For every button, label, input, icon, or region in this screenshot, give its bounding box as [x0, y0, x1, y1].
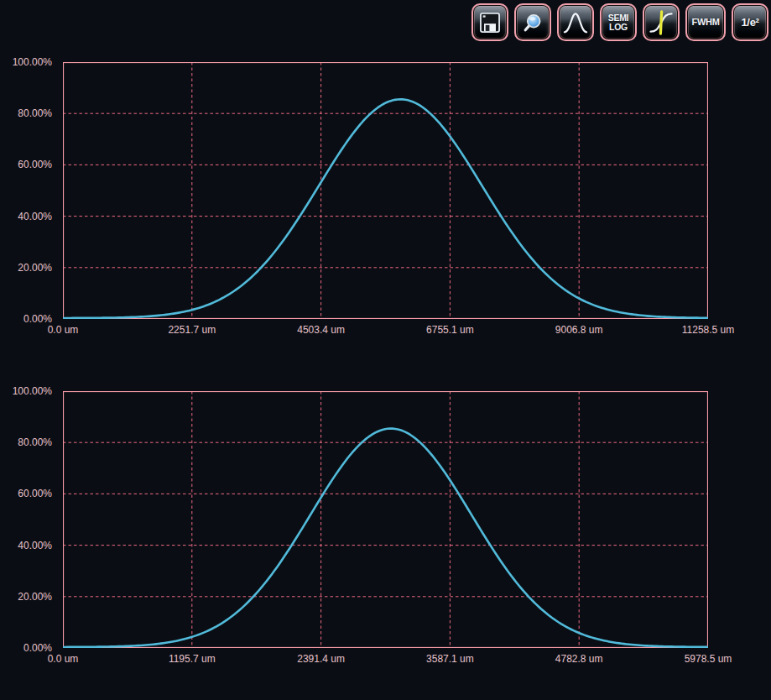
y-tick-label: 0.00% — [23, 642, 52, 654]
x-tick-label: 0.0 um — [48, 653, 79, 665]
y-tick-label: 60.00% — [18, 488, 52, 499]
y-axis-labels: 100.00%80.00%60.00%40.00%20.00%0.00% — [0, 391, 55, 648]
profile-curve — [63, 99, 707, 318]
y-tick-label: 80.00% — [18, 107, 52, 119]
x-tick-label: 4782.8 um — [555, 653, 603, 665]
plot-border — [64, 63, 708, 319]
one-over-e-squared-label: 1/e² — [741, 18, 758, 27]
x-tick-label: 6755.1 um — [426, 324, 474, 336]
y-tick-label: 20.00% — [18, 591, 52, 603]
x-tick-label: 5978.5 um — [685, 653, 732, 665]
y-tick-label: 60.00% — [18, 159, 52, 170]
profile-chart-y: 100.00%80.00%60.00%40.00%20.00%0.00% 0.0… — [0, 391, 771, 668]
y-tick-label: 100.00% — [13, 385, 52, 397]
y-tick-label: 40.00% — [18, 540, 52, 551]
x-tick-label: 2251.7 um — [168, 324, 216, 336]
profile-chart-x: 100.00%80.00%60.00%40.00%20.00%0.00% 0.0… — [0, 62, 771, 339]
y-tick-label: 100.00% — [13, 56, 52, 68]
y-tick-label: 80.00% — [18, 436, 52, 448]
bell-curve-icon — [563, 10, 588, 35]
x-axis-labels: 0.0 um2251.7 um4503.4 um6755.1 um9006.8 … — [63, 324, 708, 337]
toolbar: SEMILOG FWHM 1/e² — [471, 3, 768, 41]
fwhm-button[interactable]: FWHM — [685, 3, 726, 41]
floppy-disk-icon — [478, 11, 502, 34]
y-tick-label: 0.00% — [23, 313, 52, 325]
x-tick-label: 9006.8 um — [555, 324, 603, 336]
y-axis-labels: 100.00%80.00%60.00%40.00%20.00%0.00% — [0, 62, 55, 319]
profile-curve — [63, 429, 707, 647]
one-over-e-squared-button[interactable]: 1/e² — [732, 3, 768, 41]
plot-area[interactable] — [63, 391, 708, 648]
knife-edge-button[interactable] — [643, 3, 680, 41]
x-tick-label: 2391.4 um — [297, 653, 345, 665]
x-tick-label: 0.0 um — [48, 324, 79, 336]
x-tick-label: 3587.1 um — [426, 653, 474, 665]
plot-area[interactable] — [63, 62, 708, 319]
semilog-button-label: SEMILOG — [608, 13, 628, 32]
save-button[interactable] — [471, 3, 508, 41]
semilog-button[interactable]: SEMILOG — [600, 3, 637, 41]
fwhm-button-label: FWHM — [691, 18, 719, 27]
x-tick-label: 4503.4 um — [297, 324, 345, 336]
x-tick-label: 1195.7 um — [169, 653, 216, 665]
gaussian-fit-button[interactable] — [557, 3, 594, 41]
zoom-button[interactable] — [514, 3, 551, 41]
y-tick-label: 20.00% — [18, 262, 52, 274]
x-axis-labels: 0.0 um1195.7 um2391.4 um3587.1 um4782.8 … — [63, 653, 708, 666]
knife-edge-icon — [649, 10, 674, 35]
x-tick-label: 11258.5 um — [682, 324, 735, 336]
y-tick-label: 40.00% — [18, 211, 52, 222]
magnifier-icon — [521, 11, 544, 34]
